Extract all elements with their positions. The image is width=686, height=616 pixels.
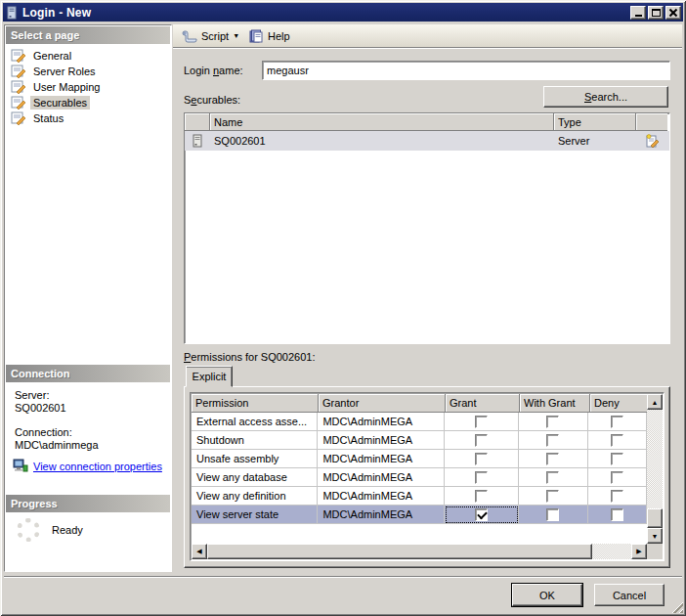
scroll-left-button[interactable]: ◀	[192, 544, 207, 559]
col-deny[interactable]: Deny	[590, 394, 649, 413]
minimize-icon	[635, 15, 642, 17]
permission-row[interactable]: View any database MDC\AdminMEGA	[192, 468, 647, 487]
progress-title: Progress	[11, 498, 58, 509]
securables-row[interactable]: SQ002601 Server	[185, 131, 669, 151]
ok-button[interactable]: OK	[512, 584, 582, 606]
sidebar-item-securables[interactable]: Securables	[7, 95, 169, 110]
sidebar-item-label: User Mapping	[30, 80, 103, 94]
scroll-up-button[interactable]: ▲	[647, 394, 663, 410]
sidebar-item-user-mapping[interactable]: User Mapping	[7, 79, 169, 95]
title-bar[interactable]: Login - New	[3, 3, 683, 22]
grant-checkbox[interactable]	[475, 434, 488, 447]
deny-checkbox[interactable]	[611, 490, 623, 503]
securables-table-header: Name Type	[185, 113, 669, 131]
permission-row[interactable]: Shutdown MDC\AdminMEGA	[192, 431, 647, 450]
scroll-right-icon: ▶	[636, 548, 641, 555]
securables-label: Securables:	[184, 94, 240, 106]
grant-checkbox[interactable]	[475, 490, 488, 503]
login-name-input[interactable]: megausr	[262, 61, 670, 80]
sidebar-item-status[interactable]: Status	[7, 110, 169, 126]
securables-col-type[interactable]: Type	[554, 113, 636, 131]
script-button[interactable]: Script ▼	[177, 26, 244, 46]
with-grant-checkbox[interactable]	[546, 434, 559, 447]
edit-permissions-icon[interactable]	[645, 134, 660, 148]
view-connection-properties-link[interactable]: View connection properties	[33, 461, 162, 472]
deny-checkbox[interactable]	[611, 416, 623, 428]
select-a-page-header: Select a page	[6, 26, 170, 44]
connection-properties-icon	[13, 459, 28, 473]
col-permission[interactable]: Permission	[192, 394, 319, 413]
property-page-icon	[11, 65, 26, 78]
view-connection-properties[interactable]: View connection properties	[13, 459, 162, 473]
server-label: Server:	[15, 389, 49, 401]
deny-checkbox[interactable]	[611, 453, 623, 465]
permission-cell: External access asse...	[192, 413, 318, 431]
search-button[interactable]: Search...	[543, 86, 668, 108]
scroll-right-button[interactable]: ▶	[631, 544, 647, 559]
cancel-button[interactable]: Cancel	[594, 584, 665, 606]
horizontal-scrollbar[interactable]: ◀ ▶	[192, 544, 647, 559]
resize-grip[interactable]	[670, 600, 683, 613]
with-grant-checkbox[interactable]	[546, 508, 559, 521]
securables-col-edit[interactable]	[636, 113, 667, 131]
horizontal-scroll-thumb[interactable]	[207, 544, 592, 559]
select-a-page-title: Select a page	[11, 29, 79, 41]
sidebar-item-server-roles[interactable]: Server Roles	[7, 64, 169, 79]
col-grantor[interactable]: Grantor	[319, 394, 446, 413]
vertical-scroll-thumb[interactable]	[647, 508, 663, 528]
with-grant-checkbox[interactable]	[546, 453, 559, 465]
script-scroll-icon	[182, 29, 197, 43]
permissions-grid-header: Permission Grantor Grant With Grant Deny	[192, 394, 649, 413]
scroll-left-icon: ◀	[196, 548, 201, 555]
col-with-grant[interactable]: With Grant	[520, 394, 590, 413]
permission-row[interactable]: View server state MDC\AdminMEGA	[192, 506, 647, 524]
tab-explicit-label: Explicit	[193, 371, 227, 382]
close-icon	[669, 9, 677, 17]
sidebar-item-general[interactable]: General	[7, 48, 169, 64]
grant-checkbox[interactable]	[475, 508, 488, 521]
deny-checkbox[interactable]	[611, 434, 623, 447]
permission-cell: View any database	[192, 468, 318, 487]
with-grant-checkbox[interactable]	[546, 471, 559, 484]
deny-checkbox[interactable]	[611, 471, 623, 484]
col-grant[interactable]: Grant	[446, 394, 520, 413]
grantor-cell: MDC\AdminMEGA	[318, 506, 444, 524]
permission-row[interactable]: External access asse... MDC\AdminMEGA	[192, 413, 647, 431]
grantor-cell: MDC\AdminMEGA	[318, 450, 444, 468]
sidebar-item-label: Server Roles	[30, 65, 99, 78]
script-dropdown-icon[interactable]: ▼	[233, 32, 239, 39]
progress-spinner-icon	[17, 518, 40, 542]
server-icon	[193, 134, 202, 148]
securables-col-icon[interactable]	[185, 113, 210, 131]
maximize-icon	[652, 9, 661, 17]
with-grant-checkbox[interactable]	[546, 490, 559, 503]
login-name-value: megausr	[267, 65, 309, 76]
permission-cell: View server state	[192, 506, 318, 524]
permission-row[interactable]: Unsafe assembly MDC\AdminMEGA	[192, 450, 647, 468]
scroll-down-button[interactable]: ▼	[647, 528, 663, 544]
with-grant-checkbox[interactable]	[546, 416, 559, 428]
progress-header: Progress	[6, 495, 170, 512]
grant-checkbox[interactable]	[475, 416, 488, 428]
vertical-scrollbar[interactable]: ▲ ▼	[647, 394, 663, 544]
securables-col-name[interactable]: Name	[210, 113, 554, 131]
grant-checkbox[interactable]	[475, 453, 488, 465]
footer-separator	[4, 576, 682, 578]
tab-explicit[interactable]: Explicit	[186, 366, 233, 387]
script-label: Script	[201, 30, 229, 42]
permission-row[interactable]: View any definition MDC\AdminMEGA	[192, 487, 647, 506]
maximize-button[interactable]	[648, 6, 664, 20]
close-button[interactable]	[665, 6, 681, 20]
window-title: Login - New	[22, 6, 91, 20]
server-value: SQ002601	[15, 402, 66, 414]
help-button[interactable]: Help	[244, 26, 295, 46]
progress-status: Ready	[52, 524, 83, 536]
deny-checkbox[interactable]	[611, 508, 623, 521]
securables-row-name: SQ002601	[210, 131, 554, 151]
grantor-cell: MDC\AdminMEGA	[318, 468, 444, 487]
minimize-button[interactable]	[630, 6, 646, 20]
permissions-grid: Permission Grantor Grant With Grant Deny…	[190, 392, 665, 561]
grant-checkbox[interactable]	[475, 471, 488, 484]
property-page-icon	[11, 96, 26, 110]
property-page-icon	[11, 49, 26, 63]
